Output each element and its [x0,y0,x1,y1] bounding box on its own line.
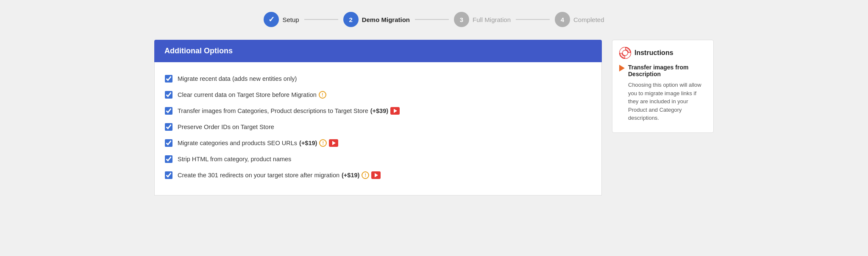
svg-point-1 [622,50,628,56]
checkbox-301-redirects[interactable] [165,171,172,179]
step-number-full-migration: 3 [460,16,463,23]
option-label-migrate-recent: Migrate recent data (adds new entities o… [178,75,297,82]
step-label-setup: Setup [282,16,299,23]
option-label-301-redirects: Create the 301 redirects on your target … [178,171,381,179]
step-circle-full-migration: 3 [454,12,469,27]
instructions-title: Instructions [634,49,673,57]
option-label-strip-html: Strip HTML from category, product names [178,156,291,162]
content-wrapper: Additional Options Migrate recent data (… [154,40,714,195]
option-item-migrate-recent: Migrate recent data (adds new entities o… [165,71,591,87]
video-icon-seo-urls[interactable] [329,139,338,147]
option-label-transfer-images: Transfer images from Categories, Product… [178,107,400,115]
checkbox-seo-urls[interactable] [165,139,172,147]
option-label-seo-urls: Migrate categories and products SEO URLs… [178,139,338,147]
instruction-content-body: Choosing this option will allow you to m… [628,81,707,122]
option-item-seo-urls: Migrate categories and products SEO URLs… [165,135,591,151]
step-label-completed: Completed [573,16,604,23]
option-item-transfer-images: Transfer images from Categories, Product… [165,103,591,119]
price-transfer-images: (+$39) [370,107,388,114]
wizard-step-demo-migration[interactable]: 2 Demo Migration [343,12,410,27]
checkbox-preserve-order-ids[interactable] [165,123,172,131]
checkbox-migrate-recent[interactable] [165,75,172,83]
instructions-header: Instructions [619,47,707,59]
step-connector-1 [304,19,338,20]
wizard-step-full-migration[interactable]: 3 Full Migration [454,12,511,27]
option-item-strip-html: Strip HTML from category, product names [165,151,591,167]
instruction-active-item: Transfer images from Description Choosin… [619,64,707,122]
checkmark-icon: ✓ [268,15,275,24]
step-number-completed: 4 [561,16,564,23]
price-301-redirects: (+$19) [342,172,359,179]
main-content: Additional Options Migrate recent data (… [137,40,731,195]
step-connector-3 [516,19,550,20]
step-circle-demo-migration: 2 [343,12,359,27]
option-item-301-redirects: Create the 301 redirects on your target … [165,167,591,183]
options-title: Additional Options [164,47,233,55]
step-label-full-migration: Full Migration [473,16,511,23]
wizard-step-completed[interactable]: 4 Completed [555,12,604,27]
options-panel: Additional Options Migrate recent data (… [154,40,602,195]
video-icon-301-redirects[interactable] [371,171,381,179]
wizard-step-setup[interactable]: ✓ Setup [264,12,299,27]
instruction-content-title: Transfer images from Description [628,64,707,77]
step-label-demo-migration: Demo Migration [362,16,410,23]
step-circle-setup: ✓ [264,12,279,27]
options-header: Additional Options [154,40,602,62]
checkbox-clear-current[interactable] [165,91,172,99]
price-seo-urls: (+$19) [299,140,317,146]
info-icon-seo-urls[interactable]: ! [319,139,327,147]
info-icon-clear-current[interactable]: ! [319,91,326,99]
lifebuoy-icon [619,47,631,59]
option-item-clear-current: Clear current data on Target Store befor… [165,87,591,103]
step-number-demo-migration: 2 [349,16,352,23]
option-label-clear-current: Clear current data on Target Store befor… [178,91,326,99]
option-label-preserve-order-ids: Preserve Order IDs on Target Store [178,124,274,130]
step-circle-completed: 4 [555,12,570,27]
instruction-content: Transfer images from Description Choosin… [628,64,707,122]
checkbox-strip-html[interactable] [165,155,172,163]
instructions-panel: Instructions Transfer images from Descri… [612,40,714,133]
options-body: Migrate recent data (adds new entities o… [154,62,602,195]
wizard-header: ✓ Setup 2 Demo Migration 3 Full Migratio… [0,0,868,36]
checkbox-transfer-images[interactable] [165,107,172,115]
step-connector-2 [415,19,449,20]
option-item-preserve-order-ids: Preserve Order IDs on Target Store [165,119,591,135]
info-icon-301-redirects[interactable]: ! [362,171,369,179]
triangle-icon [619,65,625,72]
video-icon-transfer-images[interactable] [390,107,400,115]
